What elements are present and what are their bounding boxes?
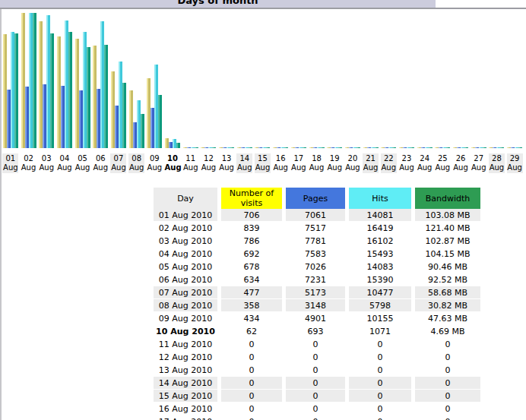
chart-day-label: 09Aug xyxy=(146,153,164,173)
chart-day-bars xyxy=(129,90,144,148)
cell-hits: 0 xyxy=(349,351,411,364)
bar-bandwidth xyxy=(141,114,144,148)
bar-bandwidth xyxy=(284,147,288,148)
cell-bandwidth: 58.68 MB xyxy=(415,286,480,299)
cell-visits: 0 xyxy=(221,338,282,351)
bar-bandwidth xyxy=(518,147,522,148)
chart-day-label: 03Aug xyxy=(37,153,55,173)
chart-day-group xyxy=(200,147,218,148)
cell-hits: 14081 xyxy=(349,209,411,222)
chart-day-bars xyxy=(57,21,72,148)
cell-day: 04 Aug 2010 xyxy=(154,248,217,261)
chart-day-label: 01Aug xyxy=(2,153,20,173)
cell-hits: 0 xyxy=(349,415,411,420)
chart-day-label: 19Aug xyxy=(325,153,344,173)
chart-day-bars xyxy=(381,147,396,148)
bar-bandwidth xyxy=(321,147,325,148)
bar-bandwidth xyxy=(483,147,486,148)
chart-day-bars xyxy=(489,147,504,148)
chart-day-label: 13Aug xyxy=(217,153,236,173)
cell-bandwidth: 121.40 MB xyxy=(415,222,480,235)
cell-visits: 434 xyxy=(221,312,282,325)
cell-pages: 0 xyxy=(286,364,345,377)
cell-day: 01 Aug 2010 xyxy=(154,209,217,222)
chart-day-label: 11Aug xyxy=(182,153,200,173)
chart-bars-area xyxy=(2,13,526,148)
bar-bandwidth xyxy=(68,32,72,148)
chart-day-bars xyxy=(309,147,325,148)
cell-visits: 634 xyxy=(221,273,282,286)
cell-pages: 3148 xyxy=(286,299,345,312)
table-row: 11 Aug 20100000 xyxy=(154,338,480,351)
cell-hits: 0 xyxy=(349,390,411,403)
bar-bandwidth xyxy=(195,147,198,148)
chart-day-bars xyxy=(435,147,450,148)
col-header-day: Day xyxy=(154,188,217,209)
bar-bandwidth xyxy=(375,147,379,148)
cell-pages: 0 xyxy=(286,390,345,403)
chart-day-group xyxy=(325,147,344,148)
days-table: Day Number of visits Pages Hits Bandwidt… xyxy=(150,188,484,420)
cell-day: 06 Aug 2010 xyxy=(154,273,217,286)
chart-day-label: 18Aug xyxy=(308,153,326,173)
chart-day-label: 15Aug xyxy=(254,153,272,173)
chart-day-bars xyxy=(507,147,522,148)
cell-day: 02 Aug 2010 xyxy=(154,222,217,235)
cell-day: 13 Aug 2010 xyxy=(154,364,217,377)
chart-day-group xyxy=(128,90,146,148)
chart-day-group xyxy=(74,32,92,148)
chart-day-bars xyxy=(417,147,433,148)
table-row: 02 Aug 2010839751716419121.40 MB xyxy=(154,222,480,235)
cell-bandwidth: 0 xyxy=(415,390,480,403)
bar-bandwidth xyxy=(14,33,18,148)
section-title-bar: Days of month xyxy=(0,0,436,8)
cell-hits: 15493 xyxy=(349,248,411,261)
bar-bandwidth xyxy=(87,47,90,148)
cell-visits: 0 xyxy=(221,364,282,377)
chart-day-group xyxy=(290,147,308,148)
table-row: 17 Aug 20100000 xyxy=(154,415,480,420)
chart-day-bars xyxy=(201,147,216,148)
cell-day: 03 Aug 2010 xyxy=(154,235,217,248)
chart-day-bars xyxy=(147,65,162,148)
chart-day-label: 12Aug xyxy=(200,153,218,173)
table-row: 07 Aug 201047751731047758.68 MB xyxy=(154,286,480,299)
chart-day-bars xyxy=(75,32,90,148)
bar-bandwidth xyxy=(212,147,216,148)
cell-visits: 0 xyxy=(221,351,282,364)
chart-day-group xyxy=(344,147,362,148)
cell-bandwidth: 0 xyxy=(415,403,480,415)
cell-day: 05 Aug 2010 xyxy=(154,261,217,273)
cell-hits: 0 xyxy=(349,377,411,390)
chart-day-group xyxy=(379,147,398,148)
cell-visits: 692 xyxy=(221,248,282,261)
cell-pages: 7781 xyxy=(286,235,345,248)
chart-day-label: 26Aug xyxy=(452,153,470,173)
cell-bandwidth: 47.63 MB xyxy=(415,312,480,325)
cell-hits: 0 xyxy=(349,364,411,377)
chart-day-group xyxy=(2,32,20,148)
cell-bandwidth: 4.69 MB xyxy=(415,325,480,338)
table-header-row: Day Number of visits Pages Hits Bandwidt… xyxy=(154,188,480,209)
bar-bandwidth xyxy=(410,147,414,148)
cell-day: 12 Aug 2010 xyxy=(154,351,217,364)
chart-day-bars xyxy=(111,62,126,148)
bar-bandwidth xyxy=(446,147,450,148)
cell-visits: 0 xyxy=(221,403,282,415)
table-row: 03 Aug 2010786778116102102.87 MB xyxy=(154,235,480,248)
cell-pages: 7026 xyxy=(286,261,345,273)
chart-day-label: 21Aug xyxy=(362,153,380,173)
table-row: 05 Aug 201067870261408390.46 MB xyxy=(154,261,480,273)
cell-day: 17 Aug 2010 xyxy=(154,415,217,420)
bar-bandwidth xyxy=(464,147,468,148)
bar-bandwidth xyxy=(266,147,270,148)
cell-visits: 839 xyxy=(221,222,282,235)
chart-day-label: 17Aug xyxy=(290,153,308,173)
cell-day: 14 Aug 2010 xyxy=(154,377,217,390)
cell-visits: 0 xyxy=(221,390,282,403)
bar-bandwidth xyxy=(230,147,234,148)
chart-day-bars xyxy=(327,147,342,148)
chart-day-bars xyxy=(21,13,36,148)
chart-day-label: 28Aug xyxy=(488,153,506,173)
chart-day-label: 25Aug xyxy=(434,153,452,173)
